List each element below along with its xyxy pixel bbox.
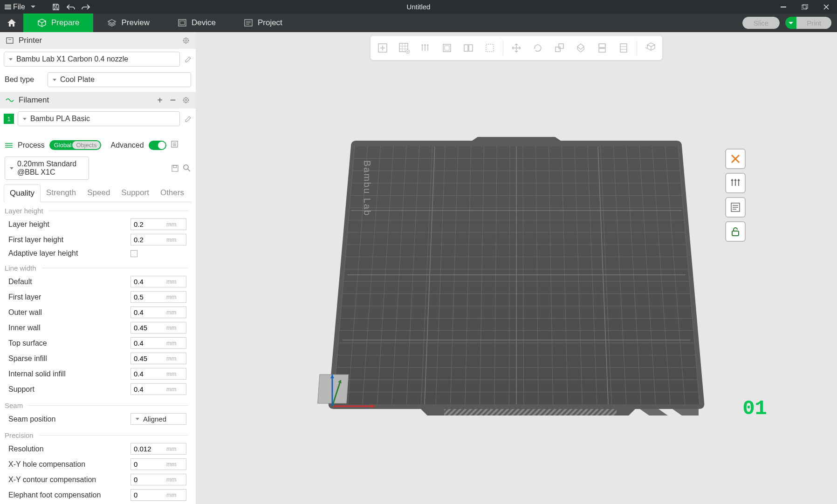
close-button[interactable] — [816, 0, 837, 14]
home-button[interactable] — [0, 14, 23, 32]
redo-button[interactable] — [81, 2, 90, 12]
svg-rect-29 — [318, 375, 349, 403]
tab-others[interactable]: Others — [155, 184, 190, 202]
move-button[interactable] — [506, 38, 527, 58]
svg-rect-33 — [444, 409, 617, 415]
lw-sparse-infill-label: Sparse infill — [7, 354, 126, 363]
project-icon — [244, 19, 253, 27]
split-button[interactable] — [458, 38, 479, 58]
filament-slot[interactable]: 1 — [4, 114, 14, 124]
cut-button[interactable] — [592, 38, 612, 58]
first-layer-height-label: First layer height — [7, 236, 126, 244]
lw-internal-solid-input[interactable]: mm — [130, 368, 186, 380]
global-objects-toggle[interactable]: Global Objects — [49, 140, 102, 150]
group-line-width: Line width — [0, 259, 193, 274]
printer-icon — [6, 36, 14, 45]
chevron-down-icon — [23, 118, 27, 120]
lw-top-surface-input[interactable]: mm — [130, 337, 186, 349]
add-plate-button[interactable] — [394, 38, 414, 58]
lw-first-layer-input[interactable]: mm — [130, 291, 186, 303]
lw-sparse-infill-input[interactable]: mm — [130, 353, 186, 364]
mesh-button[interactable] — [613, 38, 634, 58]
search-icon[interactable] — [183, 164, 191, 172]
bed-type-select[interactable]: Cool Plate — [48, 72, 191, 87]
svg-rect-6 — [7, 38, 13, 43]
tab-preview[interactable]: Preview — [93, 14, 163, 32]
xy-contour-input[interactable]: mm — [130, 474, 186, 485]
lw-default-input[interactable]: mm — [130, 276, 186, 287]
remove-filament-icon[interactable]: − — [169, 96, 177, 104]
xy-hole-input[interactable]: mm — [130, 458, 186, 470]
tab-project[interactable]: Project — [230, 14, 296, 32]
svg-rect-4 — [180, 21, 185, 25]
printer-header-label: Printer — [19, 36, 42, 45]
assembly-button[interactable] — [640, 38, 660, 58]
tab-support[interactable]: Support — [116, 184, 155, 202]
seam-position-label: Seam position — [7, 415, 126, 423]
adaptive-layer-checkbox[interactable] — [130, 250, 137, 257]
lock-plate-button[interactable] — [725, 221, 746, 242]
tab-strength[interactable]: Strength — [41, 184, 82, 202]
file-menu[interactable]: File — [5, 3, 25, 11]
resolution-input[interactable]: mm — [130, 443, 186, 455]
arrange-plate-button[interactable] — [725, 173, 746, 193]
viewport[interactable]: Bambu Lab 01 — [196, 32, 837, 504]
undo-button[interactable] — [66, 2, 75, 12]
tab-quality[interactable]: Quality — [4, 184, 41, 202]
svg-rect-2 — [803, 4, 808, 8]
list-icon[interactable] — [171, 141, 178, 150]
lw-inner-wall-input[interactable]: mm — [130, 322, 186, 334]
filament-header: Filament + − — [0, 92, 196, 109]
svg-rect-0 — [781, 7, 786, 7]
lw-support-input[interactable]: mm — [130, 383, 186, 395]
scale-button[interactable] — [549, 38, 569, 58]
first-layer-height-input[interactable]: mm — [130, 234, 186, 245]
slice-button[interactable]: Slice — [742, 17, 780, 29]
save-button[interactable] — [51, 2, 61, 12]
lw-outer-wall-input[interactable]: mm — [130, 306, 186, 318]
process-preset: 0.20mm Standard @BBL X1C — [17, 160, 84, 177]
filament-select[interactable]: Bambu PLA Basic — [18, 111, 180, 126]
save-preset-icon[interactable] — [171, 164, 179, 172]
orient-button[interactable] — [437, 38, 457, 58]
maximize-button[interactable] — [794, 0, 816, 14]
elephant-foot-label: Elephant foot compensation — [7, 491, 126, 499]
gear-icon[interactable] — [182, 96, 190, 104]
remove-plate-button[interactable] — [725, 149, 746, 169]
edit-printer-icon[interactable] — [184, 55, 192, 63]
tab-speed[interactable]: Speed — [82, 184, 116, 202]
print-dropdown[interactable] — [785, 17, 796, 29]
adaptive-layer-label: Adaptive layer height — [7, 249, 126, 258]
minimize-button[interactable] — [773, 0, 794, 14]
settings-panel[interactable]: Layer height Layer heightmm First layer … — [0, 202, 196, 504]
edit-filament-icon[interactable] — [184, 115, 192, 123]
elephant-foot-input[interactable]: mm — [130, 489, 186, 501]
print-button[interactable]: Print — [796, 17, 831, 29]
layer-height-label: Layer height — [7, 220, 126, 229]
chevron-down-icon — [10, 167, 14, 170]
bed-brand-text: Bambu Lab — [362, 160, 372, 216]
arrange-button[interactable] — [415, 38, 436, 58]
svg-rect-27 — [620, 44, 627, 52]
lw-support-label: Support — [7, 385, 126, 394]
filament-header-label: Filament — [19, 95, 49, 105]
rotate-button[interactable] — [528, 38, 548, 58]
add-object-button[interactable] — [372, 38, 393, 58]
tab-device[interactable]: Device — [164, 14, 230, 32]
chevron-down-icon[interactable] — [31, 6, 35, 8]
add-filament-icon[interactable]: + — [156, 96, 164, 104]
tab-prepare[interactable]: Prepare — [23, 14, 93, 32]
plate-settings-button[interactable] — [725, 197, 746, 218]
gear-icon[interactable] — [182, 36, 190, 45]
svg-rect-26 — [599, 48, 605, 52]
height-range-button[interactable] — [480, 38, 500, 58]
seam-position-select[interactable]: Aligned — [130, 413, 186, 425]
process-preset-select[interactable]: 0.20mm Standard @BBL X1C — [5, 157, 89, 180]
filament-selected: Bambu PLA Basic — [30, 115, 90, 123]
lay-flat-button[interactable] — [570, 38, 591, 58]
svg-rect-3 — [178, 20, 186, 26]
svg-rect-12 — [172, 165, 178, 171]
layer-height-input[interactable]: mm — [130, 218, 186, 230]
advanced-toggle[interactable] — [149, 141, 166, 150]
printer-select[interactable]: Bambu Lab X1 Carbon 0.4 nozzle — [4, 52, 180, 67]
